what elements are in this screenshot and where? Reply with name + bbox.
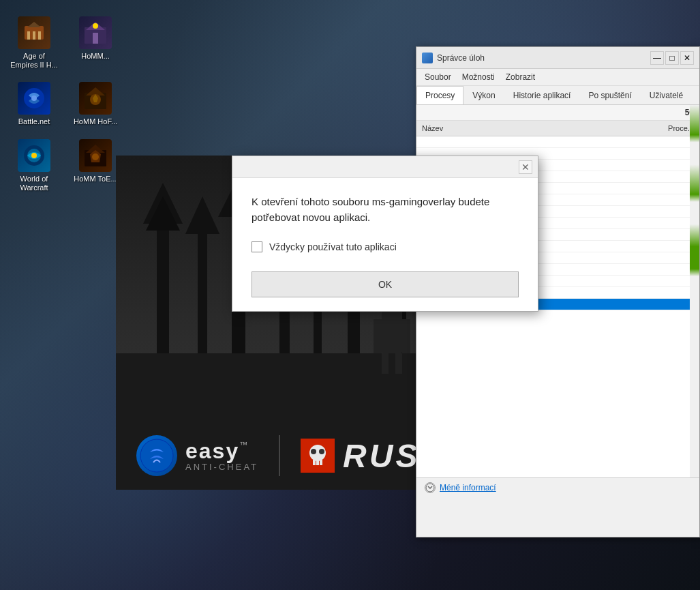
- dialog-body: K otevření tohoto souboru ms-gamingoverl…: [232, 178, 538, 311]
- dialog-checkbox[interactable]: [252, 241, 262, 252]
- battlenet-icon: [18, 82, 50, 115]
- svg-point-57: [319, 449, 324, 454]
- svg-point-56: [311, 449, 316, 454]
- svg-marker-1: [27, 22, 41, 27]
- task-manager-titlebar: Správce úloh — □ ✕: [416, 47, 699, 69]
- maximize-button[interactable]: □: [665, 51, 679, 65]
- homm1-icon-label: HoMM...: [81, 52, 110, 61]
- dialog-titlebar: ✕: [232, 156, 538, 178]
- tab-historie[interactable]: Historie aplikací: [504, 86, 580, 104]
- tm-cpu-bar-area: 50: [416, 105, 699, 121]
- rust-skull-icon: [301, 439, 335, 473]
- tab-procesy[interactable]: Procesy: [416, 86, 463, 105]
- desktop-icon-wow[interactable]: World of Warcraft: [7, 136, 61, 195]
- tm-menu-zobrazit[interactable]: Zobrazit: [500, 70, 541, 84]
- tm-right-bar: [690, 105, 699, 477]
- tab-po[interactable]: Po...: [692, 86, 699, 104]
- eac-logo: easy ™ ANTI-CHEAT: [136, 435, 258, 476]
- expand-icon: [425, 482, 436, 493]
- dialog-message: K otevření tohoto souboru ms-gamingoverl…: [252, 194, 519, 225]
- homm3-icon-label: HoMM ToE...: [74, 175, 117, 183]
- tab-vykon[interactable]: Výkon: [463, 86, 504, 104]
- desktop: Age of Empires II H... HoMM...: [0, 0, 700, 590]
- eac-subtitle-text: ANTI-CHEAT: [185, 462, 258, 472]
- open-with-dialog: ✕ K otevření tohoto souboru ms-gamingove…: [232, 156, 538, 312]
- homm2-icon-label: HoMM HoF...: [74, 117, 117, 126]
- svg-point-16: [31, 153, 37, 158]
- svg-rect-50: [402, 319, 410, 353]
- svg-rect-58: [313, 460, 316, 465]
- homm3-icon: [79, 139, 112, 172]
- rust-logo-separator: [279, 435, 280, 476]
- svg-rect-2: [27, 31, 30, 40]
- task-manager-title: Správce úloh: [437, 53, 650, 63]
- aoe-icon-label: Age of Empires II H...: [10, 52, 59, 70]
- eac-tm-text: ™: [239, 440, 247, 449]
- task-manager-icon: [422, 53, 433, 63]
- wow-icon: [18, 139, 50, 172]
- svg-rect-59: [316, 460, 319, 465]
- svg-rect-7: [93, 33, 98, 44]
- svg-rect-52: [395, 353, 402, 374]
- icon-row-3: World of Warcraft HoMM ToE...: [7, 136, 123, 195]
- minimize-button[interactable]: —: [650, 51, 664, 65]
- tab-po-spusteni[interactable]: Po spuštění: [579, 86, 640, 104]
- icon-row-2: Battle.net HoMM HoF...: [7, 79, 123, 129]
- tm-menu-moznosti[interactable]: Možnosti: [457, 70, 500, 84]
- icon-row-1: Age of Empires II H... HoMM...: [7, 14, 123, 72]
- svg-point-10: [31, 95, 37, 101]
- dialog-checkbox-row: Vždycky používat tuto aplikaci: [252, 241, 519, 252]
- svg-rect-21: [157, 210, 169, 360]
- svg-rect-24: [198, 224, 207, 360]
- homm2-icon: [79, 82, 112, 115]
- tm-bottom-expand[interactable]: Méně informací: [416, 477, 699, 497]
- desktop-icons: Age of Empires II H... HoMM...: [7, 14, 123, 195]
- wow-icon-label: World of Warcraft: [10, 175, 59, 192]
- svg-point-19: [92, 153, 99, 160]
- table-row: 5: [416, 136, 699, 148]
- dialog-close-button[interactable]: ✕: [519, 160, 532, 174]
- eac-icon-badge: [136, 435, 177, 476]
- desktop-icon-battlenet[interactable]: Battle.net: [7, 79, 61, 129]
- desktop-icon-homm1[interactable]: HoMM...: [68, 14, 123, 72]
- dialog-checkbox-label: Vždycky používat tuto aplikaci: [269, 241, 397, 252]
- svg-rect-51: [382, 353, 389, 374]
- tm-menu-soubor[interactable]: Soubor: [419, 70, 457, 84]
- tm-col-name[interactable]: Název: [416, 123, 645, 134]
- svg-point-8: [93, 23, 98, 29]
- task-manager-tabs: Procesy Výkon Historie aplikací Po spušt…: [416, 86, 699, 105]
- task-manager-menubar: Soubor Možnosti Zobrazit: [416, 69, 699, 86]
- tab-uzivatele[interactable]: Uživatelé: [641, 86, 692, 104]
- homm1-icon: [79, 16, 112, 49]
- svg-rect-4: [38, 31, 41, 40]
- close-button[interactable]: ✕: [680, 51, 694, 65]
- desktop-icon-homm2[interactable]: HoMM HoF...: [68, 79, 123, 129]
- desktop-icon-homm3[interactable]: HoMM ToE...: [68, 136, 123, 195]
- aoe-icon: [18, 16, 50, 49]
- svg-rect-3: [33, 31, 35, 40]
- eac-easy-text: easy: [185, 440, 239, 462]
- dialog-ok-button[interactable]: OK: [252, 271, 519, 297]
- eac-text-block: easy ™ ANTI-CHEAT: [185, 440, 258, 472]
- battlenet-icon-label: Battle.net: [18, 117, 50, 126]
- expand-label: Méně informací: [440, 483, 496, 492]
- svg-rect-60: [320, 460, 322, 465]
- tm-column-headers: Název Proce...: [416, 121, 699, 136]
- svg-rect-49: [374, 319, 382, 353]
- desktop-icon-aoe[interactable]: Age of Empires II H...: [7, 14, 61, 72]
